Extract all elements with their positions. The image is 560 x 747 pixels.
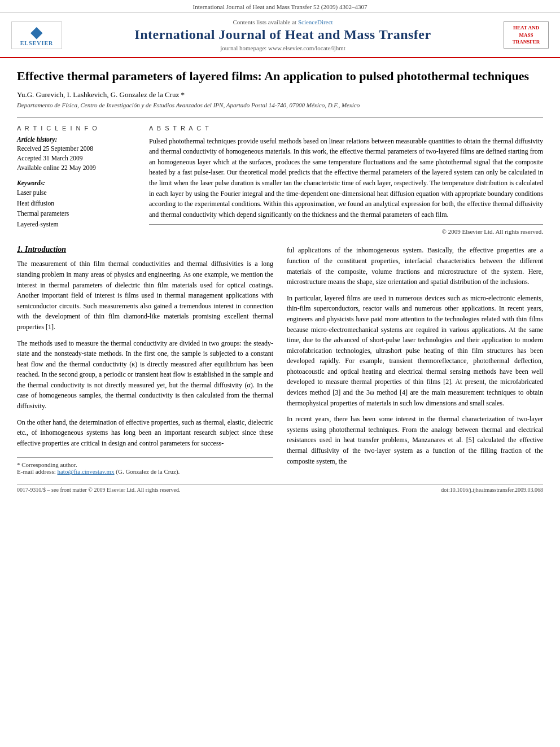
- body-para-5: In recent years, there has been some int…: [287, 414, 543, 466]
- abstract-label: A B S T R A C T: [149, 125, 543, 132]
- available-date: Available online 22 May 2009: [17, 163, 135, 173]
- received-date: Received 25 September 2008: [17, 144, 135, 154]
- elsevier-logo-block: ◆ ELSEVIER: [11, 21, 62, 49]
- right-logo-block: HEAT AND MASS TRANSFER: [504, 21, 549, 49]
- elsevier-text: ELSEVIER: [14, 40, 59, 46]
- issn-info: 0017-9310/$ – see front matter © 2009 El…: [17, 487, 180, 493]
- email-line: E-mail address: hato@fia.cinvestav.mx (G…: [17, 468, 273, 475]
- journal-reference: International Journal of Heat and Mass T…: [0, 0, 560, 13]
- affiliation: Departamento de Física, Centro de Invest…: [17, 102, 543, 108]
- keyword-3: Thermal parameters: [17, 208, 135, 219]
- keywords-block: Keywords: Laser pulse Heat diffusion The…: [17, 180, 135, 229]
- authors: Yu.G. Gurevich, I. Lashkevich, G. Gonzal…: [17, 90, 543, 99]
- body-para-4: In particular, layered films are used in…: [287, 293, 543, 409]
- section1-heading: 1. Introduction: [17, 245, 273, 254]
- abstract-col: A B S T R A C T Pulsed photothermal tech…: [149, 125, 543, 235]
- body-left: 1. Introduction The measurement of thin …: [17, 245, 273, 475]
- contents-line: Contents lists available at ScienceDirec…: [62, 19, 504, 25]
- doi-info: doi:10.1016/j.ijheatmasstransfer.2009.03…: [441, 487, 543, 493]
- elsevier-icon: ◆: [14, 24, 59, 40]
- bottom-bar: 0017-9310/$ – see front matter © 2009 El…: [17, 484, 543, 493]
- history-label: Article history:: [17, 136, 135, 143]
- email-suffix: (G. Gonzalez de la Cruz).: [116, 468, 180, 475]
- journal-header: ◆ ELSEVIER Contents lists available at S…: [0, 13, 560, 58]
- article-info-abstract: A R T I C L E I N F O Article history: R…: [17, 117, 543, 235]
- body-para-1: The measurement of thin film thermal con…: [17, 259, 273, 332]
- homepage-line: journal homepage: www.elsevier.com/locat…: [62, 45, 504, 51]
- body-para-3-cont: ful applications of the inhomogeneous sy…: [287, 245, 543, 287]
- copyright-line: © 2009 Elsevier Ltd. All rights reserved…: [149, 224, 543, 235]
- article-info-col: A R T I C L E I N F O Article history: R…: [17, 125, 135, 235]
- footnote-block: * Corresponding author. E-mail address: …: [17, 457, 273, 475]
- journal-title-block: Contents lists available at ScienceDirec…: [62, 19, 504, 51]
- keyword-1: Laser pulse: [17, 187, 135, 198]
- main-content: Effective thermal parameters of layered …: [0, 58, 560, 503]
- journal-title: International Journal of Heat and Mass T…: [62, 27, 504, 42]
- article-history: Article history: Received 25 September 2…: [17, 136, 135, 173]
- article-title: Effective thermal parameters of layered …: [17, 68, 543, 85]
- body-para-3: On the other hand, the determination of …: [17, 417, 273, 449]
- article-info-label: A R T I C L E I N F O: [17, 125, 135, 132]
- keywords-label: Keywords:: [17, 180, 135, 186]
- email-label: E-mail address:: [17, 468, 56, 475]
- keyword-2: Heat diffusion: [17, 198, 135, 208]
- body-para-2: The methods used to measure the thermal …: [17, 338, 273, 412]
- corresponding-author: * Corresponding author.: [17, 461, 273, 468]
- body-right: ful applications of the inhomogeneous sy…: [287, 245, 543, 475]
- sciencedirect-link[interactable]: ScienceDirect: [298, 19, 333, 25]
- body-section: 1. Introduction The measurement of thin …: [17, 245, 543, 475]
- email-link[interactable]: hato@fia.cinvestav.mx: [57, 468, 114, 475]
- right-logo-box: HEAT AND MASS TRANSFER: [504, 21, 549, 49]
- accepted-date: Accepted 31 March 2009: [17, 154, 135, 163]
- keyword-4: Layered-system: [17, 219, 135, 229]
- abstract-text: Pulsed photothermal techniques provide u…: [149, 136, 543, 220]
